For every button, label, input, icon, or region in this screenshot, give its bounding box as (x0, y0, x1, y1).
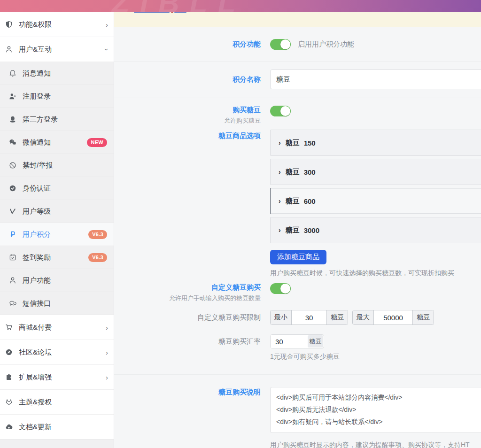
product-amount: 150 (304, 139, 316, 147)
sidebar-item-users[interactable]: 用户&互动› (0, 37, 114, 62)
add-product-button[interactable]: 添加糖豆商品 (270, 250, 326, 264)
wechat-icon (9, 139, 16, 146)
row-buy-limit: 自定义糖豆购买限制 最小 糖豆 最大 糖豆 (114, 310, 481, 325)
sidebar-item-label: 签到奖励 (23, 253, 51, 262)
admin-settings-page: ZIBLL 功能&权限›用户&互动›消息通知注册登录第三方登录微信通知NEW禁封… (0, 0, 481, 448)
compass-icon (5, 348, 13, 356)
sidebar-item-user-points[interactable]: 用户积分V6.3 (0, 223, 114, 246)
layout: 功能&权限›用户&互动›消息通知注册登录第三方登录微信通知NEW禁封/举报身份认… (0, 12, 481, 448)
chevron-right-icon: › (106, 21, 108, 28)
sidebar-item-badge: NEW (87, 138, 107, 147)
sidebar-nav: 功能&权限›用户&互动›消息通知注册登录第三方登录微信通知NEW禁封/举报身份认… (0, 12, 114, 440)
product-amount: 600 (304, 197, 316, 205)
buy-description-helper: 用户购买糖豆时显示的内容，建议为提醒事项、购买协议等，支持HT (270, 441, 481, 448)
product-amount: 3000 (304, 226, 319, 234)
buy-description-textarea[interactable]: <div>购买后可用于本站部分内容消费</div> <div>购买后无法退款</… (270, 387, 481, 433)
user-plus-icon (9, 93, 16, 100)
points-name-input[interactable] (270, 70, 481, 89)
min-unit-addon: 糖豆 (326, 310, 348, 324)
sidebar-item-shop-pay[interactable]: 商城&付费› (0, 315, 114, 340)
min-addon: 最小 (271, 310, 292, 324)
toggle-knob (280, 284, 290, 294)
points-enable-label: 积分功能 (233, 40, 261, 48)
buy-rate-label: 糖豆购买汇率 (218, 337, 261, 345)
rate-unit-addon: 糖豆 (308, 335, 323, 348)
min-limit-group: 最小 糖豆 (270, 310, 348, 325)
buy-toggle[interactable] (270, 106, 291, 116)
product-panel[interactable]: ›糖豆150 (270, 130, 481, 156)
sidebar-item-label: 微信通知 (23, 138, 51, 147)
product-name: 糖豆 (286, 226, 300, 235)
notice-bar (114, 12, 481, 27)
product-panel[interactable]: ›糖豆300 (270, 159, 481, 185)
sidebar-item-label: 用户功能 (23, 276, 51, 285)
sidebar-item-label: 消息通知 (23, 69, 51, 78)
bell-icon (9, 70, 16, 77)
sidebar-item-user-level[interactable]: 用户等级 (0, 200, 114, 223)
buy-limit-label: 自定义糖豆购买限制 (197, 313, 261, 321)
rate-helper: 1元现金可购买多少糖豆 (270, 353, 481, 361)
points-icon (9, 231, 16, 238)
custom-buy-toggle[interactable] (270, 283, 291, 294)
row-points-name: 积分名称 (114, 62, 481, 98)
sidebar-item-theme-license[interactable]: 主题&授权 (0, 390, 114, 415)
row-products: 糖豆商品选项 ›糖豆150›糖豆300›糖豆600›糖豆3000 添加糖豆商品 … (114, 130, 481, 278)
sidebar-item-ban-report[interactable]: 禁封/举报 (0, 154, 114, 177)
qq-icon (9, 116, 16, 123)
calendar-check-icon (9, 254, 16, 261)
points-name-label: 积分名称 (233, 70, 261, 89)
sidebar-item-label: 第三方登录 (23, 115, 58, 124)
sidebar-item-notifications[interactable]: 消息通知 (0, 62, 114, 85)
section-buy-settings: 购买糖豆 允许购买糖豆 糖豆商品选项 ›糖豆150›糖豆300›糖豆600›糖豆… (114, 98, 481, 375)
sidebar-tail (0, 440, 114, 448)
chevron-right-icon: › (106, 324, 108, 331)
sidebar-item-register-login[interactable]: 注册登录 (0, 85, 114, 108)
product-panel[interactable]: ›糖豆600 (270, 188, 481, 214)
sidebar-item-extend-enhance[interactable]: 扩展&增强› (0, 365, 114, 390)
check-circle-icon (9, 185, 16, 192)
user-outline-icon (9, 277, 16, 284)
buy-toggle-label: 购买糖豆 (114, 106, 261, 115)
product-name: 糖豆 (286, 168, 300, 177)
sidebar-item-label: 主题&授权 (19, 398, 52, 407)
sidebar-item-label: 用户积分 (23, 230, 51, 239)
row-buy-rate: 糖豆购买汇率 糖豆 1元现金可购买多少糖豆 (114, 334, 481, 361)
sidebar-item-identity-verify[interactable]: 身份认证 (0, 177, 114, 200)
product-name: 糖豆 (286, 197, 300, 206)
product-panel[interactable]: ›糖豆3000 (270, 217, 481, 243)
sidebar-item-sms-api[interactable]: 短信接口 (0, 292, 114, 315)
max-limit-group: 最大 糖豆 (352, 310, 434, 325)
rate-group: 糖豆 (270, 334, 324, 348)
chevron-right-icon: › (279, 139, 281, 147)
product-list: ›糖豆150›糖豆300›糖豆600›糖豆3000 (270, 130, 481, 243)
chevron-right-icon: › (279, 197, 281, 205)
min-limit-input[interactable] (292, 310, 326, 324)
rate-input[interactable] (271, 335, 307, 348)
sidebar-item-wechat-notice[interactable]: 微信通知NEW (0, 131, 114, 154)
points-enable-desc: 启用用户积分功能 (298, 40, 354, 49)
settings-panel: 积分功能 启用用户积分功能 积分名称 购买糖豆 允许购买糖豆 (114, 12, 481, 448)
sidebar-item-label: 用户等级 (23, 207, 51, 216)
sidebar-item-checkin-reward[interactable]: 签到奖励V6.3 (0, 246, 114, 269)
max-limit-input[interactable] (374, 310, 412, 324)
sidebar-item-label: 注册登录 (23, 92, 51, 101)
buy-toggle-sublabel: 允许购买糖豆 (114, 116, 261, 125)
sidebar-item-user-functions[interactable]: 用户功能 (0, 269, 114, 292)
chevron-right-icon: › (279, 226, 281, 234)
ban-icon (9, 162, 16, 169)
points-enable-toggle[interactable] (270, 39, 291, 50)
sidebar-item-features[interactable]: 功能&权限› (0, 12, 114, 37)
sidebar-item-label: 文档&更新 (19, 423, 52, 432)
level-icon (9, 208, 16, 215)
sidebar-item-community-forum[interactable]: 社区&论坛› (0, 340, 114, 365)
top-header: ZIBLL (0, 0, 481, 12)
sidebar-item-third-party-login[interactable]: 第三方登录 (0, 108, 114, 131)
product-amount: 300 (304, 168, 316, 176)
toggle-knob (280, 39, 290, 49)
row-points-enable: 积分功能 启用用户积分功能 (114, 27, 481, 62)
sidebar-item-docs-update[interactable]: 文档&更新 (0, 415, 114, 440)
products-label: 糖豆商品选项 (218, 131, 261, 139)
brand-watermark: ZIBLL (112, 0, 246, 12)
shield-icon (5, 21, 13, 28)
cart-icon (5, 324, 13, 331)
